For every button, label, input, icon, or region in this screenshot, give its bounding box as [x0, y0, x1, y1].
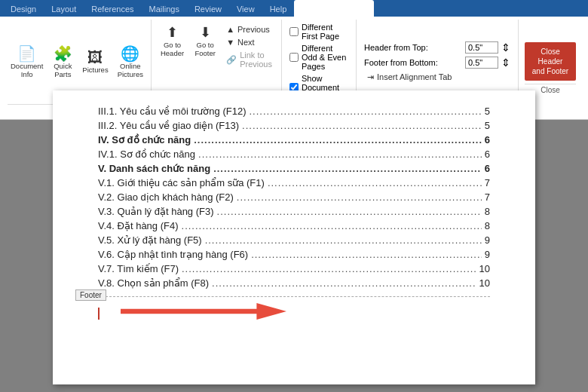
toc-row: V.3. Quản lý đặt hàng (F3)..............… [98, 206, 490, 217]
toc-dots: ........................................… [198, 149, 482, 160]
ribbon-tabs-row: Design Layout References Mailings Review… [0, 0, 588, 17]
arrow-shape [121, 303, 286, 320]
toc-row: IV. Sơ đồ chức năng.....................… [98, 134, 490, 145]
toc-dots: ........................................… [250, 106, 482, 117]
toc-title: III.1. Yêu cầu về môi trường (F12) [98, 106, 247, 117]
toc-page: 6 [485, 134, 490, 145]
tab-help[interactable]: Help [262, 2, 295, 17]
toc-page: 5 [485, 106, 490, 117]
toc-page: 8 [485, 220, 490, 231]
tab-layout[interactable]: Layout [44, 2, 84, 17]
header-from-top-input[interactable] [465, 41, 498, 54]
toc-page: 10 [479, 263, 490, 274]
different-first-page-checkbox[interactable] [289, 27, 299, 36]
toc-row: IV.1. Sơ đồ chức năng...................… [98, 149, 490, 160]
previous-icon: ▲ [226, 25, 234, 34]
quick-parts-button[interactable]: 🧩 Quick Parts [49, 44, 76, 80]
toc-title: III.2. Yêu cầu về giao diện (F13) [98, 120, 239, 131]
toc-dots: ........................................… [194, 134, 482, 145]
toc-title: V.8. Chọn sản phẩm (F8) [98, 277, 209, 289]
tab-design[interactable]: Design [3, 2, 44, 17]
toc-row: V.7. Tìm kiếm (F7)......................… [98, 263, 490, 274]
toc-page: 9 [485, 249, 490, 260]
toc-dots: ........................................… [268, 177, 482, 188]
toc-title: IV.1. Sơ đồ chức năng [98, 149, 195, 160]
toc-page: 10 [479, 277, 490, 289]
next-button[interactable]: ▼ Next [223, 37, 275, 47]
toc-title: V.7. Tìm kiếm (F7) [98, 263, 179, 274]
toc-dots: ........................................… [251, 249, 482, 260]
toc-page: 6 [485, 163, 490, 174]
toc-dots: ........................................… [182, 220, 482, 231]
toc-title: V.4. Đặt hàng (F4) [98, 220, 179, 231]
quick-parts-icon: 🧩 [54, 46, 72, 61]
previous-button[interactable]: ▲ Previous [223, 24, 275, 35]
insert-alignment-tab-button[interactable]: ⇥ Insert Alignment Tab [364, 72, 510, 83]
toc-row: V.1. Giới thiệu các sản phẩm sữa (F1)...… [98, 177, 490, 188]
different-odd-even-checkbox[interactable] [289, 53, 299, 62]
document-area: III.1. Yêu cầu về môi trường (F12)......… [0, 83, 588, 392]
go-to-header-button[interactable]: ⬆ Go to Header [158, 23, 187, 59]
tab-mailings[interactable]: Mailings [142, 2, 187, 17]
toc-dots: ........................................… [217, 206, 482, 217]
toc-row: V.5. Xử lý đặt hàng (F5)................… [98, 234, 490, 246]
toc-row: V.2. Giao dịch khách hàng (F2)..........… [98, 191, 490, 203]
document-info-icon: 📄 [17, 46, 36, 61]
toc-title: IV. Sơ đồ chức năng [98, 134, 191, 145]
toc-title: V.5. Xử lý đặt hàng (F5) [98, 234, 202, 246]
online-pictures-button[interactable]: 🌐 Online Pictures [115, 44, 146, 80]
toc-dots: ........................................… [213, 163, 482, 174]
toc-row: V.6. Cập nhật tình trạng hàng (F6)......… [98, 249, 490, 260]
footer-section: Footer [98, 296, 490, 323]
footer-label: Footer [75, 289, 106, 301]
toc-title: V. Danh sách chức năng [98, 163, 210, 174]
document-info-button[interactable]: 📄 Document Info [8, 44, 46, 80]
arrow-annotation [106, 303, 286, 320]
toc-page: 8 [485, 206, 490, 217]
pictures-icon: 🖼 [87, 50, 103, 65]
footer-from-bottom-input[interactable] [465, 57, 498, 69]
toc-title: V.3. Quản lý đặt hàng (F3) [98, 206, 214, 217]
toc-page: 5 [485, 120, 490, 131]
different-odd-even-option[interactable]: Different Odd & Even Pages [289, 44, 348, 71]
go-to-header-icon: ⬆ [167, 24, 178, 41]
document-page: III.1. Yêu cầu về môi trường (F12)......… [53, 90, 535, 384]
alignment-tab-icon: ⇥ [367, 72, 374, 82]
tab-references[interactable]: References [84, 2, 141, 17]
toc-row: V.4. Đặt hàng (F4)......................… [98, 220, 490, 231]
toc-title: V.1. Giới thiệu các sản phẩm sữa (F1) [98, 177, 265, 188]
toc-row: V. Danh sách chức năng..................… [98, 163, 490, 174]
link-icon: 🔗 [226, 55, 237, 65]
link-to-previous-button[interactable]: 🔗 Link to Previous [223, 50, 275, 69]
tab-review[interactable]: Review [187, 2, 229, 17]
toc-dots: ........................................… [237, 191, 482, 203]
toc-page: 6 [485, 149, 490, 160]
toc-dots: ........................................… [242, 120, 482, 131]
go-to-footer-button[interactable]: ⬇ Go to Footer [191, 23, 219, 59]
toc-dots: ........................................… [182, 263, 476, 274]
header-top-spinner[interactable]: ⇕ [501, 41, 510, 54]
footer-bottom-spinner[interactable]: ⇕ [501, 57, 510, 69]
next-icon: ▼ [226, 38, 234, 47]
header-from-top-row: Header from Top: ⇕ [364, 41, 510, 54]
toc-page: 7 [485, 191, 490, 203]
online-pictures-icon: 🌐 [121, 46, 139, 61]
footer-from-bottom-row: Footer from Bottom: ⇕ [364, 57, 510, 69]
toc-row: V.8. Chọn sản phẩm (F8).................… [98, 277, 490, 289]
toc-row: III.1. Yêu cầu về môi trường (F12)......… [98, 106, 490, 117]
ribbon: Design Layout References Mailings Review… [0, 0, 588, 83]
go-to-footer-icon: ⬇ [200, 24, 211, 41]
toc-dots: ........................................… [205, 234, 482, 246]
tab-view[interactable]: View [229, 2, 262, 17]
toc-page: 7 [485, 177, 490, 188]
toc-container: III.1. Yêu cầu về môi trường (F12)......… [98, 106, 490, 289]
toc-title: V.6. Cập nhật tình trạng hàng (F6) [98, 249, 248, 260]
different-first-page-option[interactable]: Different First Page [289, 23, 348, 41]
pictures-button[interactable]: 🖼 Pictures [79, 48, 111, 75]
close-header-footer-button[interactable]: Close Header and Footer [525, 42, 576, 81]
toc-page: 9 [485, 234, 490, 246]
toc-title: V.2. Giao dịch khách hàng (F2) [98, 191, 234, 203]
toc-dots: ........................................… [212, 277, 476, 289]
tab-header-footer[interactable]: Header & Footer [294, 0, 374, 17]
toc-row: III.2. Yêu cầu về giao diện (F13).......… [98, 120, 490, 131]
